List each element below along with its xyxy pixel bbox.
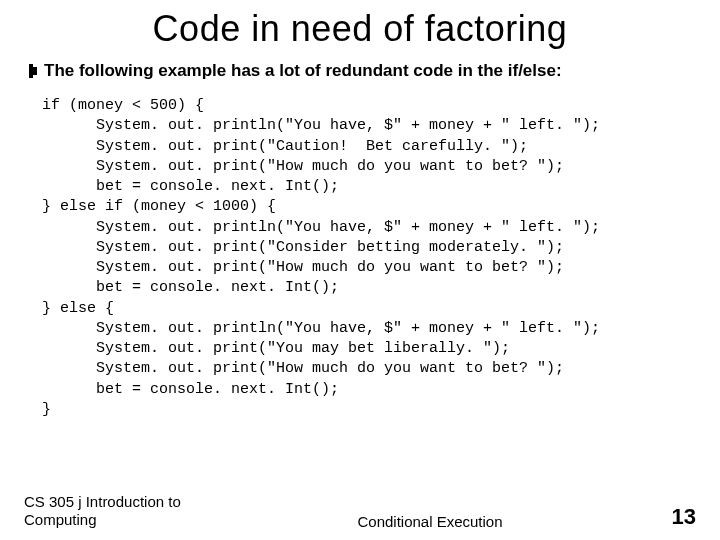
svg-rect-1 (33, 67, 37, 75)
page-number: 13 (636, 504, 696, 530)
slide: Code in need of factoring The following … (0, 0, 720, 540)
bullet-icon (28, 63, 38, 79)
slide-title: Code in need of factoring (24, 8, 696, 50)
footer: CS 305 j Introduction to Computing Condi… (0, 493, 720, 531)
bullet-row: The following example has a lot of redun… (24, 60, 696, 82)
footer-course: CS 305 j Introduction to Computing (24, 493, 224, 531)
bullet-text: The following example has a lot of redun… (44, 60, 562, 82)
svg-rect-0 (29, 64, 33, 78)
code-block: if (money < 500) { System. out. println(… (24, 96, 696, 540)
footer-topic: Conditional Execution (224, 513, 636, 530)
